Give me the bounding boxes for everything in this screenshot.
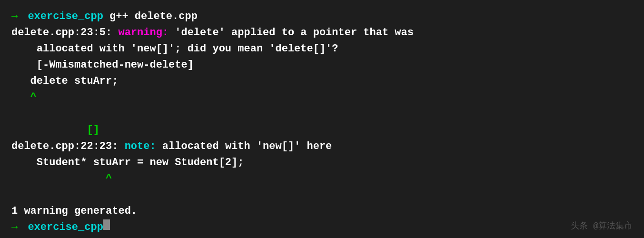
suggestion-brackets: [] <box>11 122 99 139</box>
caret-2: ^ <box>11 171 112 187</box>
warning-text-2: allocated with 'new[]'; did you mean 'de… <box>11 41 338 57</box>
file-loc-2: delete.cpp:22:23: <box>11 139 125 155</box>
suggestion-line: [] <box>11 122 633 139</box>
warning-flag: [-Wmismatched-new-delete] <box>11 57 194 73</box>
warning-text-1: 'delete' applied to a pointer that was <box>168 25 414 41</box>
watermark: 头条 @算法集市 <box>571 220 633 231</box>
note-line-1: delete.cpp:22:23: note: allocated with '… <box>11 139 633 155</box>
note-text-1: allocated with 'new[]' here <box>156 139 332 155</box>
summary-line: 1 warning generated. <box>11 203 633 219</box>
empty-line-2 <box>11 187 633 203</box>
code-text-1: delete stuArr; <box>11 73 118 89</box>
command-line-1: → exercise_cpp g++ delete.cpp <box>11 9 633 25</box>
cursor-block <box>103 219 110 230</box>
summary-text: 1 warning generated. <box>11 203 137 219</box>
code-text-2: Student* stuArr = new Student[2]; <box>11 155 244 171</box>
dir-name-2: exercise_cpp <box>28 219 103 236</box>
command-line-2: → exercise_cpp <box>11 219 633 236</box>
code-line-2: Student* stuArr = new Student[2]; <box>11 155 633 171</box>
file-loc-1: delete.cpp:23:5: <box>11 25 118 41</box>
terminal-output: → exercise_cpp g++ delete.cpp delete.cpp… <box>11 9 633 236</box>
command-text-1: g++ delete.cpp <box>103 9 198 25</box>
empty-line-1 <box>11 106 633 122</box>
arrow-icon-1: → <box>11 9 24 25</box>
warning-line-1: delete.cpp:23:5: warning: 'delete' appli… <box>11 25 633 41</box>
dir-name-1: exercise_cpp <box>28 9 103 25</box>
warning-line-3: [-Wmismatched-new-delete] <box>11 57 633 73</box>
caret-line-2: ^ <box>11 171 633 187</box>
caret-line-1: ^ <box>11 89 633 106</box>
arrow-icon-2: → <box>11 219 24 236</box>
note-label: note: <box>125 139 156 155</box>
warning-label: warning: <box>118 25 168 41</box>
caret-1: ^ <box>11 89 37 106</box>
warning-line-2: allocated with 'new[]'; did you mean 'de… <box>11 41 633 57</box>
code-line-1: delete stuArr; <box>11 73 633 89</box>
